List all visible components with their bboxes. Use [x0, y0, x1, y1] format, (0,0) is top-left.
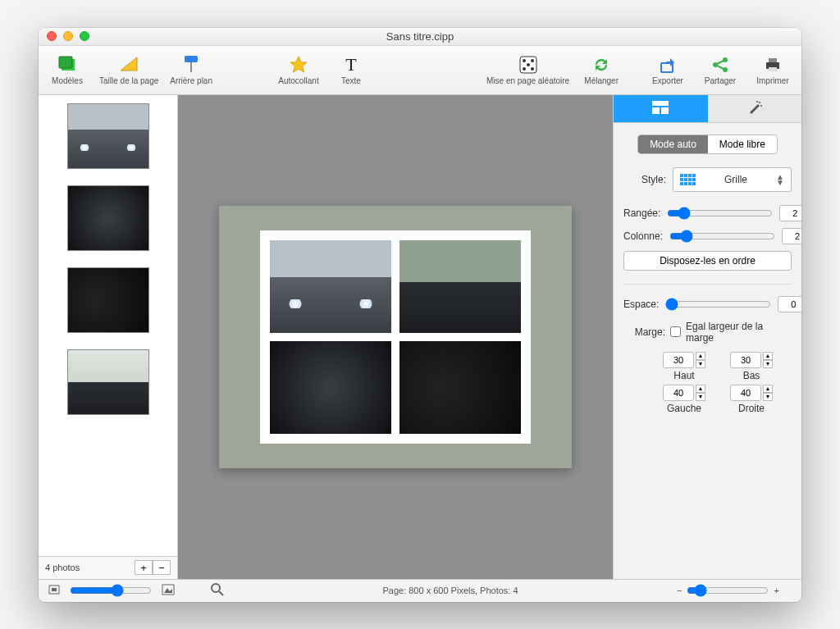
magnifier-icon[interactable]	[211, 583, 224, 598]
collage-photo[interactable]	[399, 341, 521, 434]
arrange-button[interactable]: Disposez-les en ordre	[623, 251, 792, 271]
fit-large-icon[interactable]	[162, 584, 175, 597]
margin-bottom-field[interactable]	[730, 352, 761, 368]
canvas-page[interactable]	[219, 206, 572, 468]
svg-rect-26	[52, 588, 57, 591]
thumbnail[interactable]	[67, 349, 149, 415]
fit-small-icon[interactable]	[48, 585, 60, 596]
canvas-zoom-slider[interactable]	[687, 584, 769, 597]
margin-label: Marge:	[623, 326, 665, 338]
close-button[interactable]	[47, 31, 57, 41]
svg-point-11	[531, 67, 534, 71]
row-field[interactable]	[779, 205, 801, 221]
svg-rect-21	[661, 107, 669, 114]
toolbar-label: Taille de la page	[99, 76, 158, 85]
export-button[interactable]: Exporter	[647, 55, 688, 85]
text-button[interactable]: T Texte	[331, 55, 372, 85]
col-field[interactable]	[782, 228, 801, 244]
toolbar-label: Modèles	[52, 76, 83, 85]
paintroller-icon	[181, 55, 201, 75]
zoom-out-button[interactable]: −	[677, 586, 682, 595]
margin-right-down[interactable]: ▼	[763, 393, 773, 401]
margin-top-up[interactable]: ▲	[696, 352, 705, 360]
footer: Page: 800 x 600 Pixels, Photos: 4 − +	[39, 579, 801, 602]
random-layout-button[interactable]: Mise en page aléatoire	[486, 55, 569, 85]
equal-margin-checkbox[interactable]	[670, 326, 681, 337]
margin-top-down[interactable]: ▼	[696, 360, 705, 368]
zoom-in-button[interactable]: +	[774, 586, 778, 595]
background-button[interactable]: Arrière plan	[170, 55, 212, 85]
space-slider[interactable]	[665, 298, 771, 311]
svg-rect-3	[185, 56, 198, 62]
margin-left-up[interactable]: ▲	[696, 385, 705, 393]
margin-bottom-up[interactable]: ▲	[763, 352, 773, 360]
wand-icon	[747, 100, 762, 117]
shuffle-button[interactable]: Mélanger	[581, 55, 622, 85]
collage-photo[interactable]	[399, 240, 521, 333]
margin-left-field[interactable]	[663, 385, 694, 401]
pagesize-button[interactable]: Taille de la page	[99, 55, 158, 85]
col-slider[interactable]	[669, 230, 775, 243]
equal-margin-label: Egal largeur de la marge	[686, 321, 792, 344]
svg-point-23	[760, 105, 762, 107]
collage-photo[interactable]	[270, 341, 391, 434]
row-slider[interactable]	[667, 207, 773, 220]
templates-icon	[57, 55, 77, 75]
print-button[interactable]: Imprimer	[752, 55, 793, 85]
svg-point-22	[759, 102, 760, 103]
thumbnail[interactable]	[67, 185, 149, 251]
thumbnail[interactable]	[67, 267, 149, 333]
style-value: Grille	[704, 174, 768, 185]
svg-point-8	[531, 59, 534, 62]
svg-marker-2	[121, 57, 137, 71]
dice-icon	[518, 55, 538, 75]
toolbar-label: Autocollant	[278, 76, 318, 85]
margin-top-field[interactable]	[663, 352, 694, 368]
zoom-button[interactable]	[80, 31, 89, 41]
mode-auto-button[interactable]: Mode auto	[638, 135, 708, 153]
margin-left-label: Gauche	[667, 403, 701, 414]
toolbar: Modèles Taille de la page Arrière plan	[39, 46, 801, 95]
mode-segmented: Mode auto Mode libre	[637, 134, 778, 154]
row-label: Rangée:	[623, 207, 660, 219]
layout-icon	[652, 101, 669, 116]
margin-bottom-label: Bas	[743, 370, 760, 381]
star-icon	[289, 55, 308, 75]
photo-count-label: 4 photos	[45, 563, 80, 572]
minimize-button[interactable]	[63, 31, 73, 41]
tab-effects[interactable]	[708, 95, 802, 123]
thumbnail-list[interactable]	[39, 95, 177, 556]
margin-left-down[interactable]: ▼	[696, 393, 705, 401]
refresh-icon	[591, 55, 611, 75]
margin-right-label: Droite	[738, 403, 765, 414]
svg-line-30	[219, 591, 223, 595]
export-icon	[658, 55, 678, 75]
space-field[interactable]	[778, 296, 801, 312]
models-button[interactable]: Modèles	[47, 55, 88, 85]
margin-top-label: Haut	[673, 370, 694, 381]
style-select[interactable]: Grille ▲▼	[673, 167, 792, 192]
margin-right-field[interactable]	[730, 385, 761, 401]
grid-icon	[680, 174, 696, 185]
remove-photo-button[interactable]: −	[153, 560, 171, 575]
margin-right-up[interactable]: ▲	[763, 385, 773, 393]
sticker-button[interactable]: Autocollant	[278, 55, 319, 85]
svg-rect-19	[652, 101, 669, 106]
thumbnail[interactable]	[67, 103, 149, 169]
margin-bottom-down[interactable]: ▼	[763, 360, 773, 368]
canvas-area	[178, 95, 613, 579]
mode-free-button[interactable]: Mode libre	[708, 135, 777, 153]
col-label: Colonne:	[623, 230, 663, 242]
tab-layout[interactable]	[614, 95, 708, 123]
printer-icon	[763, 55, 783, 75]
collage	[260, 230, 531, 444]
toolbar-label: Imprimer	[756, 76, 788, 85]
share-button[interactable]: Partager	[700, 55, 741, 85]
svg-rect-1	[59, 57, 72, 68]
sidebar-zoom-slider[interactable]	[70, 584, 152, 597]
toolbar-label: Mise en page aléatoire	[486, 76, 569, 85]
add-photo-button[interactable]: +	[135, 560, 153, 575]
collage-photo[interactable]	[270, 240, 391, 333]
svg-marker-5	[290, 57, 307, 72]
toolbar-label: Mélanger	[584, 76, 619, 85]
